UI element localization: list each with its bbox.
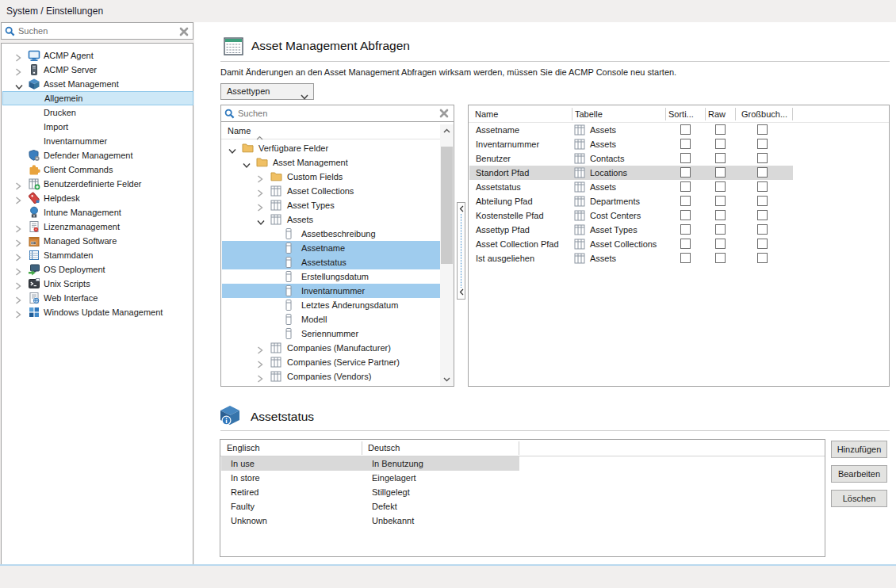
sidebar-item-import[interactable]: Import xyxy=(2,120,193,134)
fields-search-input[interactable] xyxy=(238,107,432,120)
scroll-down-button[interactable] xyxy=(440,373,454,386)
column-header-name[interactable]: Name xyxy=(475,105,498,123)
chevron-right-icon[interactable] xyxy=(257,372,263,387)
tree-item-verfuegbare-felder[interactable]: Verfügbare Felder xyxy=(222,141,441,155)
columns-row-benutzer[interactable]: Benutzer Contacts xyxy=(469,151,793,166)
columns-row-assetname[interactable]: Assetname Assets xyxy=(469,123,793,137)
sortierung-checkbox[interactable] xyxy=(680,210,691,220)
sidebar-item-os-deployment[interactable]: OS Deployment xyxy=(2,262,193,277)
tree-item-assetname[interactable]: Assetname xyxy=(222,241,441,255)
clear-search-icon[interactable] xyxy=(439,109,449,120)
columns-row-assetstatus[interactable]: Assetstatus Assets xyxy=(469,180,793,194)
sidebar-item-windows-update-management[interactable]: Windows Update Management xyxy=(2,305,193,319)
delete-button[interactable]: Löschen xyxy=(831,490,887,507)
raw-checkbox[interactable] xyxy=(715,239,726,249)
sidebar-item-benutzerdefinierte-felder[interactable]: Benutzerdefinierte Felder xyxy=(2,177,193,191)
raw-checkbox[interactable] xyxy=(715,139,726,149)
status-row-faulty[interactable]: Faulty Defekt xyxy=(221,499,519,514)
sidebar-item-allgemein[interactable]: Allgemein xyxy=(2,91,193,105)
raw-checkbox[interactable] xyxy=(715,210,726,220)
columns-row-asset-collection-pfad[interactable]: Asset Collection Pfad Asset Collections xyxy=(469,237,793,251)
tree-item-assetbeschreibung[interactable]: Assetbeschreibung xyxy=(222,227,441,241)
sidebar-item-acmp-agent[interactable]: ACMP Agent xyxy=(2,48,193,63)
column-header-sortierung[interactable]: Sorti... xyxy=(668,105,694,123)
grossbuchstaben-checkbox[interactable] xyxy=(757,181,768,192)
tree-item-asset-types[interactable]: Asset Types xyxy=(222,198,441,212)
collapse-left-icon[interactable] xyxy=(459,288,464,297)
columns-row-inventarnummer[interactable]: Inventarnummer Assets xyxy=(469,137,793,151)
raw-checkbox[interactable] xyxy=(715,253,726,263)
collapse-left-icon[interactable] xyxy=(459,204,464,214)
grossbuchstaben-checkbox[interactable] xyxy=(757,124,768,135)
grossbuchstaben-checkbox[interactable] xyxy=(757,253,768,263)
sortierung-checkbox[interactable] xyxy=(680,153,691,163)
columns-row-standort-pfad[interactable]: Standort Pfad Locations xyxy=(469,166,793,180)
sidebar-item-stammdaten[interactable]: Stammdaten xyxy=(2,248,193,262)
clear-search-icon[interactable] xyxy=(179,27,189,38)
status-row-in-store[interactable]: In store Eingelagert xyxy=(221,471,519,485)
columns-row-ist-ausgeliehen[interactable]: Ist ausgeliehen Assets xyxy=(469,251,793,265)
sidebar-item-client-commands[interactable]: Client Commands xyxy=(2,162,193,177)
grossbuchstaben-checkbox[interactable] xyxy=(757,224,768,235)
tree-item-assets[interactable]: Assets xyxy=(222,212,441,227)
status-row-retired[interactable]: Retired Stillgelegt xyxy=(221,485,519,499)
columns-row-kostenstelle-pfad[interactable]: Kostenstelle Pfad Cost Centers xyxy=(469,208,793,223)
panel-splitter[interactable] xyxy=(457,202,465,300)
sortierung-checkbox[interactable] xyxy=(680,124,691,135)
sortierung-checkbox[interactable] xyxy=(680,253,691,263)
tree-item-assetstatus[interactable]: Assetstatus xyxy=(222,255,441,269)
raw-checkbox[interactable] xyxy=(715,224,726,235)
tree-item-companies-vendors[interactable]: Companies (Vendors) xyxy=(222,369,441,384)
column-header-grossbuchstaben[interactable]: Großbuch... xyxy=(741,105,787,123)
sortierung-checkbox[interactable] xyxy=(680,196,691,206)
status-row-unknown[interactable]: Unknown Unbekannt xyxy=(221,514,519,528)
column-header-englisch[interactable]: Englisch xyxy=(227,440,260,456)
tree-item-inventarnummer[interactable]: Inventarnummer xyxy=(222,284,441,298)
sidebar-item-defender-management[interactable]: Defender Management xyxy=(2,148,193,162)
asset-type-dropdown[interactable]: Assettypen xyxy=(220,83,314,100)
sidebar-item-unix-scripts[interactable]: Unix Scripts xyxy=(2,277,193,291)
add-button[interactable]: Hinzufügen xyxy=(831,441,887,458)
sidebar-item-web-interface[interactable]: Web Interface xyxy=(2,291,193,305)
grossbuchstaben-checkbox[interactable] xyxy=(757,196,768,206)
column-header-deutsch[interactable]: Deutsch xyxy=(368,440,400,456)
sidebar-item-asset-management[interactable]: Asset Management xyxy=(2,77,193,91)
chevron-right-icon[interactable] xyxy=(15,308,21,323)
sortierung-checkbox[interactable] xyxy=(680,239,691,249)
sidebar-search-input[interactable] xyxy=(18,25,175,37)
sidebar-item-drucken[interactable]: Drucken xyxy=(2,105,193,120)
scroll-up-button[interactable] xyxy=(440,124,454,137)
tree-item-modell[interactable]: Modell xyxy=(222,312,441,326)
fields-scrollbar[interactable] xyxy=(440,124,454,386)
sortierung-checkbox[interactable] xyxy=(680,224,691,235)
tree-item-companies-service-partner[interactable]: Companies (Service Partner) xyxy=(222,355,441,369)
tree-item-companies-manufacturer[interactable]: Companies (Manufacturer) xyxy=(222,341,441,355)
sidebar-item-helpdesk[interactable]: Helpdesk xyxy=(2,191,193,205)
raw-checkbox[interactable] xyxy=(715,124,726,135)
columns-row-abteilung-pfad[interactable]: Abteilung Pfad Departments xyxy=(469,194,793,208)
tree-item-erstellungsdatum[interactable]: Erstellungsdatum xyxy=(222,269,441,284)
grossbuchstaben-checkbox[interactable] xyxy=(757,139,768,149)
column-header-raw[interactable]: Raw xyxy=(708,105,726,123)
sidebar-item-intune-management[interactable]: Intune Management xyxy=(2,205,193,220)
tree-item-asset-management[interactable]: Asset Management xyxy=(222,155,441,170)
raw-checkbox[interactable] xyxy=(715,181,726,192)
raw-checkbox[interactable] xyxy=(715,196,726,206)
grossbuchstaben-checkbox[interactable] xyxy=(757,210,768,220)
fields-column-header[interactable]: Name xyxy=(221,123,454,139)
sortierung-checkbox[interactable] xyxy=(680,181,691,192)
raw-checkbox[interactable] xyxy=(715,153,726,163)
tree-item-seriennummer[interactable]: Seriennummer xyxy=(222,326,441,341)
column-header-tabelle[interactable]: Tabelle xyxy=(575,105,603,123)
edit-button[interactable]: Bearbeiten xyxy=(831,465,887,483)
sidebar-item-lizenzmanagement[interactable]: Lizenzmanagement xyxy=(2,220,193,234)
grossbuchstaben-checkbox[interactable] xyxy=(757,167,768,178)
sortierung-checkbox[interactable] xyxy=(680,167,691,178)
sidebar-item-managed-software[interactable]: Managed Software xyxy=(2,234,193,248)
tree-item-letztes-aenderungsdatum[interactable]: Letztes Änderungsdatum xyxy=(222,298,441,312)
grossbuchstaben-checkbox[interactable] xyxy=(757,239,768,249)
scrollbar-thumb[interactable] xyxy=(441,147,453,264)
sortierung-checkbox[interactable] xyxy=(680,139,691,149)
raw-checkbox[interactable] xyxy=(715,167,726,178)
tree-item-custom-fields[interactable]: Custom Fields xyxy=(222,170,441,184)
